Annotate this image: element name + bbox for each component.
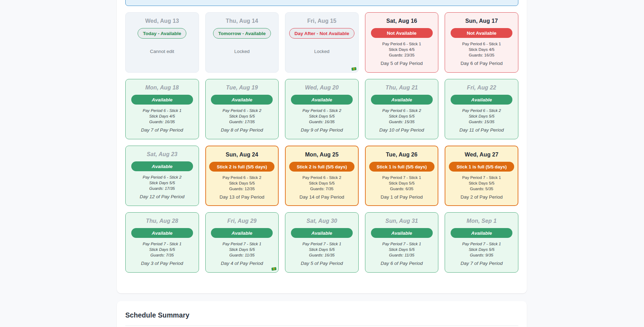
schedule-calendar-card: Wed, Aug 13 Today - Available Cannot edi… [117, 0, 527, 293]
day-card-date: Wed, Aug 27 [448, 152, 515, 158]
day-card-sat-aug-23[interactable]: Sat, Aug 23 Available Pay Period 6 - Sti… [125, 146, 199, 206]
stick-days-label: Stick Days 4/5 [368, 47, 436, 52]
guards-count-label: Guards: 5/35 [448, 186, 515, 192]
day-of-pay-period-label: Day 11 of Pay Period [448, 127, 515, 133]
day-card-note: Locked [288, 49, 356, 54]
availability-badge: Not Available [451, 28, 512, 38]
stick-days-label: Stick Days 4/5 [128, 113, 196, 119]
guards-count-label: Guards: 15/35 [368, 119, 436, 125]
day-card-wed-aug-20[interactable]: Wed, Aug 20 Available Pay Period 6 - Sti… [285, 79, 359, 139]
stick-days-label: Stick Days 5/5 [368, 113, 436, 119]
day-card-date: Thu, Aug 21 [368, 85, 436, 91]
availability-badge: Available [131, 95, 193, 105]
stick-days-label: Stick Days 5/5 [208, 247, 276, 252]
day-card-tue-aug-26[interactable]: Tue, Aug 26 Stick 1 is full (5/5 days) P… [365, 146, 439, 206]
day-card-fri-aug-29[interactable]: Fri, Aug 29 Available Pay Period 7 - Sti… [205, 212, 279, 273]
pay-period-stick-label: Pay Period 7 - Stick 1 [368, 241, 436, 247]
day-card-note: Locked [208, 49, 276, 54]
guards-count-label: Guards: 17/35 [128, 186, 196, 191]
day-card-date: Thu, Aug 28 [128, 218, 196, 224]
day-card-thu-aug-21[interactable]: Thu, Aug 21 Available Pay Period 6 - Sti… [365, 79, 439, 139]
availability-badge: Available [451, 95, 512, 105]
day-card-date: Sat, Aug 23 [128, 151, 196, 158]
day-card-date: Sun, Aug 31 [368, 218, 436, 224]
day-card-date: Sun, Aug 24 [209, 152, 275, 158]
banknote-icon [351, 66, 357, 71]
day-card-details: Pay Period 6 - Stick 1 Stick Days 4/5 Gu… [368, 41, 436, 58]
day-of-pay-period-label: Day 7 of Pay Period [128, 127, 196, 133]
guards-count-label: Guards: 6/35 [369, 186, 435, 192]
day-card-details: Pay Period 6 - Stick 2 Stick Days 5/5 Gu… [368, 108, 436, 125]
day-card-date: Mon, Aug 25 [288, 152, 355, 158]
day-card-thu-aug-14: Thu, Aug 14 Tomorrow - Available Locked [205, 12, 279, 73]
day-card-wed-aug-27[interactable]: Wed, Aug 27 Stick 1 is full (5/5 days) P… [445, 146, 518, 206]
pay-period-stick-label: Pay Period 6 - Stick 1 [128, 108, 196, 113]
day-of-pay-period-label: Day 14 of Pay Period [288, 194, 355, 200]
day-card-date: Tue, Aug 26 [369, 152, 435, 158]
day-card-mon-sep-1[interactable]: Mon, Sep 1 Available Pay Period 7 - Stic… [445, 212, 518, 273]
availability-badge: Stick 1 is full (5/5 days) [369, 162, 434, 172]
day-card-sun-aug-17[interactable]: Sun, Aug 17 Not Available Pay Period 6 -… [445, 12, 518, 73]
day-card-date: Fri, Aug 29 [208, 218, 276, 224]
day-of-pay-period-label: Day 12 of Pay Period [128, 194, 196, 199]
stick-days-label: Stick Days 5/5 [369, 180, 435, 186]
availability-badge: Available [451, 228, 512, 238]
guards-count-label: Guards: 23/35 [368, 52, 436, 58]
banknote-icon [271, 266, 277, 271]
availability-badge: Stick 1 is full (5/5 days) [449, 162, 514, 172]
day-card-sat-aug-16[interactable]: Sat, Aug 16 Not Available Pay Period 6 -… [365, 12, 439, 73]
day-card-date: Mon, Aug 18 [128, 85, 196, 91]
pay-period-stick-label: Pay Period 6 - Stick 2 [448, 108, 515, 113]
guards-count-label: Guards: 12/35 [209, 186, 275, 192]
info-alert-banner [125, 0, 518, 6]
day-of-pay-period-label: Day 5 of Pay Period [288, 261, 356, 266]
stick-days-label: Stick Days 5/5 [288, 113, 356, 119]
day-card-date: Sat, Aug 30 [288, 218, 356, 224]
pay-period-stick-label: Pay Period 7 - Stick 1 [128, 241, 196, 247]
availability-badge: Stick 2 is full (5/5 days) [209, 162, 274, 172]
day-card-details: Pay Period 6 - Stick 2 Stick Days 5/5 Gu… [208, 108, 276, 125]
availability-badge: Today - Available [138, 28, 186, 39]
day-card-tue-aug-19[interactable]: Tue, Aug 19 Available Pay Period 6 - Sti… [205, 79, 279, 139]
day-card-fri-aug-22[interactable]: Fri, Aug 22 Available Pay Period 6 - Sti… [445, 79, 518, 139]
day-card-date: Fri, Aug 22 [448, 85, 515, 91]
day-of-pay-period-label: Day 2 of Pay Period [448, 194, 515, 200]
day-card-details: Pay Period 6 - Stick 2 Stick Days 5/5 Gu… [448, 108, 515, 125]
day-card-details: Pay Period 7 - Stick 1 Stick Days 5/5 Gu… [288, 241, 356, 258]
day-card-sun-aug-24[interactable]: Sun, Aug 24 Stick 2 is full (5/5 days) P… [205, 146, 279, 206]
day-card-details: Pay Period 6 - Stick 2 Stick Days 5/5 Gu… [128, 174, 196, 191]
pay-period-stick-label: Pay Period 6 - Stick 2 [128, 174, 196, 180]
guards-count-label: Guards: 16/35 [288, 252, 356, 258]
day-card-details: Pay Period 6 - Stick 2 Stick Days 5/5 Gu… [288, 108, 356, 125]
availability-badge: Not Available [371, 28, 433, 38]
availability-badge: Available [211, 228, 273, 238]
guards-count-label: Guards: 16/35 [128, 119, 196, 125]
day-of-pay-period-label: Day 6 of Pay Period [368, 261, 436, 266]
pay-period-stick-label: Pay Period 6 - Stick 1 [368, 41, 436, 47]
stick-days-label: Stick Days 4/5 [448, 47, 515, 52]
day-card-sun-aug-31[interactable]: Sun, Aug 31 Available Pay Period 7 - Sti… [365, 212, 439, 273]
day-card-details: Pay Period 7 - Stick 1 Stick Days 5/5 Gu… [208, 241, 276, 258]
schedule-summary-title: Schedule Summary [125, 311, 518, 319]
day-card-thu-aug-28[interactable]: Thu, Aug 28 Available Pay Period 7 - Sti… [125, 212, 199, 273]
day-card-details: Pay Period 7 - Stick 1 Stick Days 5/5 Gu… [448, 175, 515, 192]
day-card-mon-aug-18[interactable]: Mon, Aug 18 Available Pay Period 6 - Sti… [125, 79, 199, 139]
availability-badge: Available [371, 95, 433, 105]
day-card-sat-aug-30[interactable]: Sat, Aug 30 Available Pay Period 7 - Sti… [285, 212, 359, 273]
day-card-date: Tue, Aug 19 [208, 85, 276, 91]
schedule-summary-card: Schedule Summary [117, 301, 527, 327]
guards-count-label: Guards: 11/35 [368, 252, 436, 258]
day-of-pay-period-label: Day 13 of Pay Period [209, 194, 275, 200]
day-card-date: Mon, Sep 1 [448, 218, 515, 224]
guards-count-label: Guards: 7/35 [128, 252, 196, 258]
stick-days-label: Stick Days 5/5 [368, 247, 436, 252]
availability-badge: Available [131, 228, 193, 238]
pay-period-stick-label: Pay Period 6 - Stick 2 [288, 108, 356, 113]
day-card-details: Pay Period 7 - Stick 1 Stick Days 5/5 Gu… [448, 241, 515, 258]
pay-period-stick-label: Pay Period 6 - Stick 2 [208, 108, 276, 113]
day-card-mon-aug-25[interactable]: Mon, Aug 25 Stick 2 is full (5/5 days) P… [285, 146, 359, 206]
summary-divider [125, 326, 518, 326]
day-of-pay-period-label: Day 7 of Pay Period [448, 261, 515, 266]
day-card-date: Thu, Aug 14 [208, 18, 276, 24]
day-of-pay-period-label: Day 1 of Pay Period [369, 194, 435, 200]
